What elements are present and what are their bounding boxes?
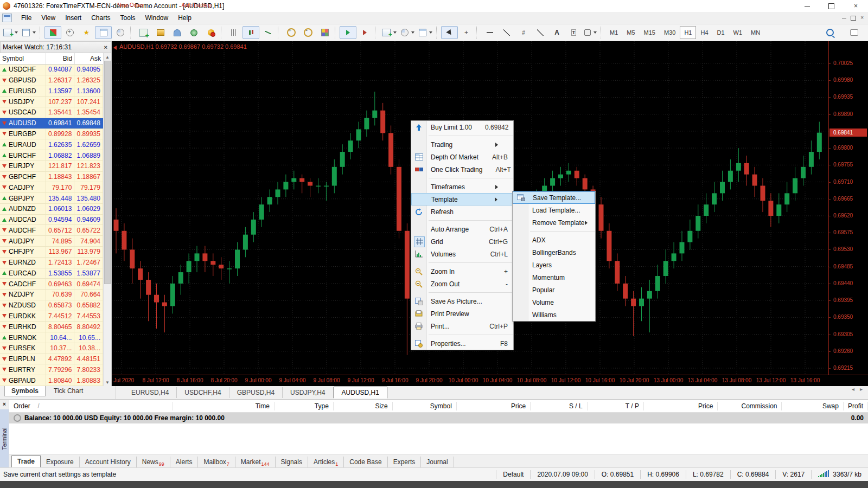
market-watch-row-nzdjpy[interactable]: NZDJPY70.63970.664 [0, 290, 103, 300]
terminal-tab-exposure[interactable]: Exposure [41, 457, 80, 467]
context-menu-item-buy-limit-1-00[interactable]: Buy Limit 1.000.69842 [411, 121, 513, 133]
market-watch-row-gbpchf[interactable]: GBPCHF1.188431.18867 [0, 172, 103, 183]
timeframe-h4-button[interactable]: H4 [696, 26, 712, 39]
new-order-button[interactable]: New Order [135, 26, 152, 39]
child-minimize-button[interactable] [842, 18, 846, 18]
scroll-down-icon[interactable]: ▼ [104, 378, 111, 386]
text-button[interactable]: T [565, 26, 582, 39]
tabs-scroll-left-icon[interactable]: ◂ [852, 386, 854, 399]
market-watch-row-audchf[interactable]: AUDCHF0.657120.65722 [0, 225, 103, 236]
signals-button[interactable] [186, 26, 202, 39]
metaeditor-button[interactable] [152, 26, 169, 39]
terminal-column-type[interactable]: Type [275, 402, 334, 410]
terminal-tab-journal[interactable]: Journal [421, 457, 454, 467]
data-window-button[interactable] [61, 26, 78, 39]
cursor-button[interactable] [441, 26, 458, 39]
terminal-column-order[interactable]: Order/ [9, 402, 173, 410]
terminal-column-price[interactable]: Price [457, 402, 531, 410]
autotrading-toggle[interactable]: AutoTrading [202, 26, 219, 39]
market-watch-row-chfjpy[interactable]: CHFJPY113.967113.979 [0, 247, 103, 258]
tab-symbols[interactable]: Symbols [4, 386, 46, 396]
terminal-tab-alerts[interactable]: Alerts [170, 457, 199, 467]
navigator-button[interactable]: ★ [78, 26, 95, 39]
new-chart-button[interactable] [1, 26, 20, 39]
terminal-column-profit[interactable]: Profit [844, 402, 868, 410]
market-watch-row-eurhkd[interactable]: EURHKD8.804658.80492 [0, 322, 103, 332]
maximize-button[interactable] [819, 0, 844, 12]
minimize-button[interactable] [795, 0, 819, 12]
terminal-column-tp[interactable]: T / P [588, 402, 644, 410]
periods-dropdown[interactable] [399, 26, 417, 39]
chart-tab-audusd-h1[interactable]: AUDUSD,H1 [334, 387, 387, 399]
market-watch-row-gbpaud[interactable]: GBPAUD1.808401.80883 [0, 375, 103, 386]
chart-tab-gbpusd-h4[interactable]: GBPUSD,H4 [229, 387, 283, 398]
market-watch-row-cadchf[interactable]: CADCHF0.694630.69474 [0, 279, 103, 290]
terminal-tab-trade[interactable]: Trade [11, 455, 41, 467]
timeframe-mn-button[interactable]: MN [746, 26, 764, 39]
context-menu-item-zoom-out[interactable]: Zoom Out- [411, 278, 513, 290]
timeframe-w1-button[interactable]: W1 [729, 26, 747, 39]
toolbox-toggle[interactable] [95, 26, 112, 39]
submenu-item-bollingerbands[interactable]: BollingerBands [513, 246, 595, 259]
timeframe-m15-button[interactable]: M15 [640, 26, 660, 39]
menu-window[interactable]: Window [141, 12, 174, 23]
terminal-tab-code-base[interactable]: Code Base [344, 457, 387, 467]
market-watch-row-cadjpy[interactable]: CADJPY79.17079.179 [0, 182, 103, 193]
context-menu-item-timeframes[interactable]: Timeframes [411, 181, 513, 193]
terminal-tab-market[interactable]: Market144 [235, 457, 276, 467]
menu-view[interactable]: View [36, 12, 60, 23]
context-menu-item-print[interactable]: Print...Ctrl+P [411, 320, 513, 332]
shapes-dropdown[interactable] [582, 26, 599, 39]
submenu-item-layers[interactable]: Layers [513, 259, 595, 271]
menu-charts[interactable]: Charts [86, 12, 115, 23]
market-watch-scrollbar[interactable]: ▲ ▼ [103, 53, 111, 386]
menu-file[interactable]: File [16, 12, 36, 23]
chart-tab-usdchf-h4[interactable]: USDCHF,H4 [177, 387, 229, 398]
community-button[interactable] [169, 26, 186, 39]
market-watch-row-eurusd[interactable]: EURUSD1.135971.13600 [0, 86, 103, 97]
indicators-dropdown[interactable] [380, 26, 399, 39]
market-watch-row-eurchf[interactable]: EURCHF1.068821.06889 [0, 150, 103, 161]
market-watch-row-gbpjpy[interactable]: GBPJPY135.448135.480 [0, 193, 103, 204]
context-menu-item-template[interactable]: Template [411, 193, 513, 206]
terminal-column-commission[interactable]: Commission [718, 402, 782, 410]
column-bid[interactable]: Bid [46, 53, 75, 64]
context-menu-item-grid[interactable]: GridCtrl+G [411, 235, 513, 248]
market-watch-row-usdchf[interactable]: USDCHF0.940870.94095 [0, 65, 103, 75]
market-watch-row-eursek[interactable]: EURSEK10.37...10.38... [0, 343, 103, 354]
market-watch-row-usdjpy[interactable]: USDJPY107.237107.241 [0, 97, 103, 107]
market-watch-row-eurcad[interactable]: EURCAD1.538551.53877 [0, 268, 103, 279]
terminal-tab-signals[interactable]: Signals [276, 457, 308, 467]
market-watch-row-eurpln[interactable]: EURPLN4.478924.48151 [0, 354, 103, 365]
bar-chart-button[interactable] [226, 26, 242, 39]
profiles-button[interactable] [20, 26, 38, 39]
tabs-scroll-right-icon[interactable]: ▸ [860, 386, 863, 399]
submenu-item-remove-template[interactable]: Remove Template [513, 216, 595, 229]
chart-tab-usdjpy-h4[interactable]: USDJPY,H4 [283, 387, 333, 398]
terminal-tab-experts[interactable]: Experts [388, 457, 422, 467]
candlestick-chart-button[interactable] [242, 26, 259, 39]
context-menu-item-refresh[interactable]: Refresh [411, 206, 513, 218]
terminal-tab-news[interactable]: News99 [137, 457, 170, 467]
close-button[interactable]: × [844, 0, 868, 12]
context-menu-item-print-preview[interactable]: Print Preview [411, 307, 513, 320]
terminal-close-icon[interactable]: × [3, 400, 6, 407]
fibonacci-button[interactable]: # [515, 26, 532, 39]
search-icon[interactable] [821, 26, 838, 39]
context-menu-item-auto-arrange[interactable]: Auto ArrangeCtrl+A [411, 223, 513, 235]
timeframe-h1-button[interactable]: H1 [680, 26, 696, 39]
context-menu-item-one-click-trading[interactable]: One Click TradingAlt+T [411, 163, 513, 176]
text-label-button[interactable]: A [548, 26, 565, 39]
child-restore-button[interactable] [851, 16, 856, 21]
column-ask[interactable]: Ask [75, 53, 103, 64]
submenu-item-momentum[interactable]: Momentum [513, 271, 595, 284]
menu-insert[interactable]: Insert [60, 12, 86, 23]
market-watch-row-eurgbp[interactable]: EURGBP0.899280.89935 [0, 129, 103, 140]
auto-scroll-toggle[interactable] [340, 26, 356, 39]
market-watch-row-audjpy[interactable]: AUDJPY74.89574.904 [0, 236, 103, 247]
timeframe-m5-button[interactable]: M5 [622, 26, 639, 39]
terminal-column-price2[interactable]: Price [644, 402, 718, 410]
market-watch-row-eurnzd[interactable]: EURNZD1.724131.72467 [0, 258, 103, 268]
tab-tick-chart[interactable]: Tick Chart [47, 386, 90, 396]
market-watch-row-eurnok[interactable]: EURNOK10.64...10.65... [0, 332, 103, 343]
